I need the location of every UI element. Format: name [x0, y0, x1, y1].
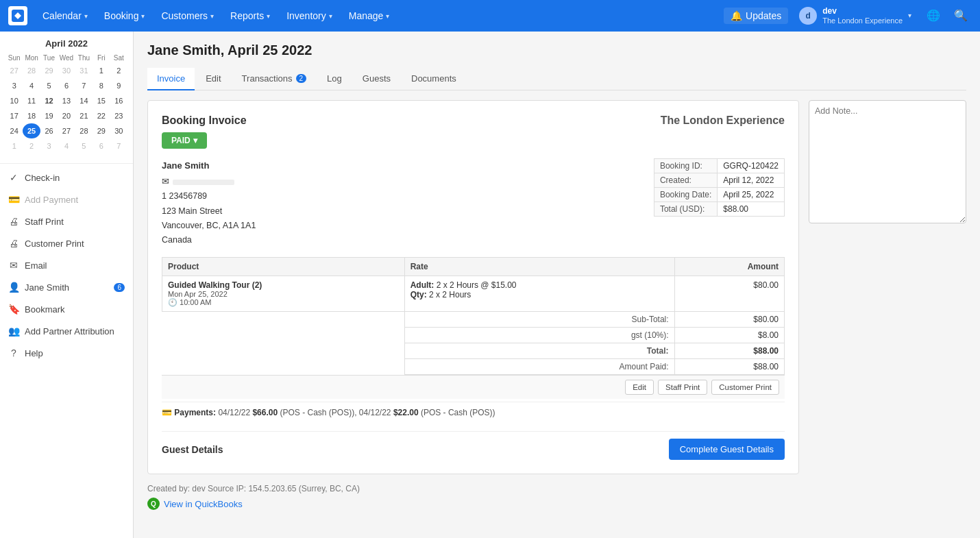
add-payment-label: Add Payment [25, 195, 78, 205]
cal-day[interactable]: 11 [23, 93, 40, 108]
cal-day[interactable]: 6 [58, 78, 75, 93]
product-date: Mon Apr 25, 2022 [168, 290, 399, 298]
user-menu[interactable]: d dev The London Experience [794, 3, 917, 28]
main-content: Jane Smith, April 25 2022 InvoiceEditTra… [134, 32, 980, 538]
cal-day[interactable]: 30 [110, 123, 127, 138]
tab-label-invoice: Invoice [157, 73, 185, 84]
customer-phone: 1 23456789 [162, 189, 256, 204]
cal-day[interactable]: 10 [5, 93, 23, 108]
tax-label: gst (10%): [404, 328, 674, 343]
nav-inventory[interactable]: Inventory [280, 6, 339, 25]
cal-day[interactable]: 5 [40, 78, 58, 93]
tab-transactions[interactable]: Transactions2 [232, 68, 317, 90]
cal-day[interactable]: 7 [75, 78, 93, 93]
cal-day[interactable]: 4 [23, 78, 40, 93]
cal-day[interactable]: 28 [23, 63, 40, 78]
paid-button[interactable]: PAID ▾ [162, 132, 207, 149]
edit-invoice-button[interactable]: Edit [625, 380, 654, 395]
cal-day[interactable]: 31 [75, 63, 93, 78]
cal-day[interactable]: 16 [110, 93, 127, 108]
customer-print-button[interactable]: Customer Print [711, 380, 779, 395]
nav-booking[interactable]: Booking [97, 6, 152, 25]
tab-label-edit: Edit [206, 73, 221, 84]
cal-day[interactable]: 23 [110, 108, 127, 123]
cal-day[interactable]: 1 [93, 63, 110, 78]
nav-customers[interactable]: Customers [154, 6, 221, 25]
cal-day[interactable]: 29 [40, 63, 58, 78]
cal-day[interactable]: 3 [5, 78, 23, 93]
cal-day[interactable]: 15 [93, 93, 110, 108]
amount-paid-value: $88.00 [674, 359, 784, 375]
sidebar-action-jane-smith[interactable]: 👤Jane Smith6 [0, 276, 133, 298]
customer-address2: Vancouver, BC, A1A 1A1 [162, 219, 256, 233]
cal-day[interactable]: 27 [5, 63, 23, 78]
cal-day[interactable]: 18 [23, 108, 40, 123]
cal-day[interactable]: 24 [5, 123, 23, 138]
nav-calendar[interactable]: Calendar [36, 6, 95, 25]
cal-day[interactable]: 30 [58, 63, 75, 78]
cal-day[interactable]: 3 [40, 138, 58, 154]
sidebar-action-staff-print[interactable]: 🖨Staff Print [0, 210, 133, 232]
complete-guest-details-button[interactable]: Complete Guest Details [669, 439, 785, 460]
cal-day[interactable]: 22 [93, 108, 110, 123]
app-logo[interactable] [8, 6, 27, 25]
cal-day[interactable]: 7 [110, 138, 127, 154]
cal-day[interactable]: 19 [40, 108, 58, 123]
cal-day[interactable]: 2 [110, 63, 127, 78]
tab-edit[interactable]: Edit [196, 68, 230, 90]
staff-print-button[interactable]: Staff Print [658, 380, 707, 395]
help-icon: ? [8, 347, 19, 358]
total-row-label: Total: [404, 343, 674, 359]
cal-day[interactable]: 9 [110, 78, 127, 93]
tab-invoice[interactable]: Invoice [147, 68, 195, 90]
cal-day[interactable]: 8 [93, 78, 110, 93]
cal-day[interactable]: 5 [75, 138, 93, 154]
avatar: d [799, 7, 817, 25]
cal-day[interactable]: 17 [5, 108, 23, 123]
subtotal-label: Sub-Total: [404, 312, 674, 328]
cal-day[interactable]: 14 [75, 93, 93, 108]
cal-day[interactable]: 29 [93, 123, 110, 138]
subtotal-row: Sub-Total: $80.00 [162, 312, 785, 328]
sidebar-action-add-partner[interactable]: 👥Add Partner Attribution [0, 320, 133, 342]
quickbooks-link[interactable]: Q View in QuickBooks [147, 498, 966, 510]
cal-day[interactable]: 20 [58, 108, 75, 123]
sidebar-action-customer-print[interactable]: 🖨Customer Print [0, 232, 133, 254]
note-area [809, 100, 966, 474]
amount-paid-label: Amount Paid: [404, 359, 674, 375]
cal-day[interactable]: 27 [58, 123, 75, 138]
cal-day[interactable]: 25 [23, 123, 40, 138]
cal-day[interactable]: 2 [23, 138, 40, 154]
sidebar-action-help[interactable]: ?Help [0, 342, 133, 364]
cal-day[interactable]: 4 [58, 138, 75, 154]
tab-guests[interactable]: Guests [353, 68, 400, 90]
cal-day[interactable]: 6 [93, 138, 110, 154]
sidebar-action-bookmark[interactable]: 🔖Bookmark [0, 298, 133, 320]
cal-day[interactable]: 1 [5, 138, 23, 154]
nav-manage[interactable]: Manage [342, 6, 397, 25]
cal-day[interactable]: 12 [40, 93, 58, 108]
bell-icon: 🔔 [731, 10, 742, 21]
sidebar-action-email[interactable]: ✉Email [0, 254, 133, 276]
help-label: Help [25, 348, 43, 358]
globe-icon[interactable]: 🌐 [922, 6, 944, 25]
staff-print-label: Staff Print [25, 217, 64, 227]
cal-day[interactable]: 13 [58, 93, 75, 108]
cal-day[interactable]: 28 [75, 123, 93, 138]
tab-documents[interactable]: Documents [402, 68, 466, 90]
sidebar-action-checkin[interactable]: ✓Check-in [0, 167, 133, 188]
calendar-chevron-icon [84, 12, 88, 20]
note-input[interactable] [809, 100, 966, 223]
tax-row: gst (10%): $8.00 [162, 328, 785, 343]
jane-smith-icon: 👤 [8, 282, 19, 293]
booking-id-label: Booking ID: [654, 159, 717, 173]
search-icon[interactable]: 🔍 [950, 6, 972, 25]
cal-day[interactable]: 26 [40, 123, 58, 138]
invoice-card: Booking Invoice PAID ▾ The London Experi… [147, 100, 799, 474]
quickbooks-icon: Q [147, 498, 160, 510]
tab-log[interactable]: Log [317, 68, 352, 90]
jane-smith-badge: 6 [114, 283, 125, 292]
updates-button[interactable]: 🔔 Updates [724, 8, 788, 24]
cal-day[interactable]: 21 [75, 108, 93, 123]
nav-reports[interactable]: Reports [223, 6, 277, 25]
